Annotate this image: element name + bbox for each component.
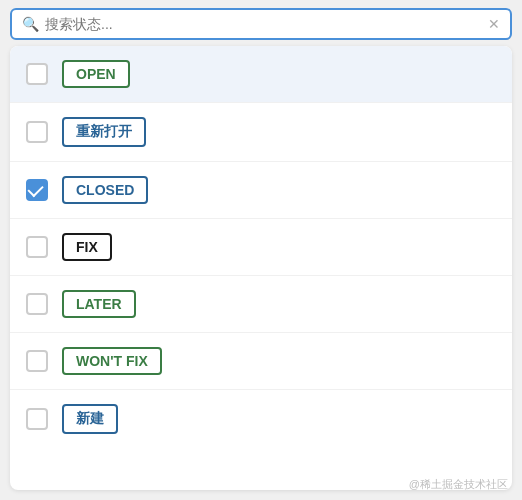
checkbox-new[interactable] [26, 408, 48, 430]
tag-open: OPEN [62, 60, 130, 88]
checkbox-fix[interactable] [26, 236, 48, 258]
list-item-open[interactable]: OPEN [10, 46, 512, 103]
checkbox-wontfix[interactable] [26, 350, 48, 372]
clear-icon[interactable]: ✕ [488, 16, 500, 32]
checkbox-later[interactable] [26, 293, 48, 315]
tag-wontfix: WON'T FIX [62, 347, 162, 375]
tag-new: 新建 [62, 404, 118, 434]
watermark: @稀土掘金技术社区 [409, 477, 508, 492]
list-item-wontfix[interactable]: WON'T FIX [10, 333, 512, 390]
list-item-later[interactable]: LATER [10, 276, 512, 333]
checkbox-reopen[interactable] [26, 121, 48, 143]
tag-closed: CLOSED [62, 176, 148, 204]
list-item-reopen[interactable]: 重新打开 [10, 103, 512, 162]
tag-fix: FIX [62, 233, 112, 261]
checkbox-closed[interactable] [26, 179, 48, 201]
tag-reopen: 重新打开 [62, 117, 146, 147]
search-icon: 🔍 [22, 16, 39, 32]
tag-later: LATER [62, 290, 136, 318]
list-item-closed[interactable]: CLOSED [10, 162, 512, 219]
list-item-fix[interactable]: FIX [10, 219, 512, 276]
search-input[interactable] [45, 16, 488, 32]
list-item-new[interactable]: 新建 [10, 390, 512, 448]
search-bar[interactable]: 🔍 ✕ [10, 8, 512, 40]
checkbox-open[interactable] [26, 63, 48, 85]
status-list: OPEN重新打开CLOSEDFIXLATERWON'T FIX新建 [10, 46, 512, 490]
